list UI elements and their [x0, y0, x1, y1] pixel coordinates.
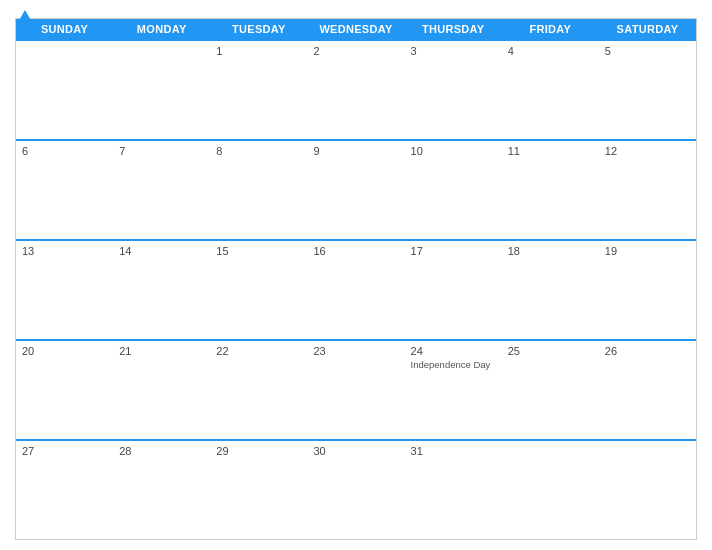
day-number: 4: [508, 45, 593, 57]
calendar-cell: [113, 41, 210, 139]
calendar-cell: 19: [599, 241, 696, 339]
calendar-grid: SundayMondayTuesdayWednesdayThursdayFrid…: [15, 18, 697, 540]
calendar-week-row: 2021222324Independence Day2526: [16, 339, 696, 439]
calendar-cell: 5: [599, 41, 696, 139]
calendar-cell: [599, 441, 696, 539]
day-number: 3: [411, 45, 496, 57]
day-number: 10: [411, 145, 496, 157]
weekday-header-cell: Saturday: [599, 19, 696, 39]
calendar-cell: 22: [210, 341, 307, 439]
calendar-cell: 11: [502, 141, 599, 239]
calendar-cell: 2: [307, 41, 404, 139]
day-number: 5: [605, 45, 690, 57]
day-number: 1: [216, 45, 301, 57]
day-number: 12: [605, 145, 690, 157]
calendar-week-row: 2728293031: [16, 439, 696, 539]
day-number: 19: [605, 245, 690, 257]
calendar-cell: 17: [405, 241, 502, 339]
calendar-cell: 15: [210, 241, 307, 339]
day-number: 14: [119, 245, 204, 257]
calendar-week-row: 12345: [16, 39, 696, 139]
calendar-cell: 12: [599, 141, 696, 239]
day-number: 6: [22, 145, 107, 157]
calendar-cell: 9: [307, 141, 404, 239]
weekday-header-cell: Monday: [113, 19, 210, 39]
calendar-cell: 3: [405, 41, 502, 139]
day-number: 16: [313, 245, 398, 257]
calendar-cell: 28: [113, 441, 210, 539]
calendar-cell: 30: [307, 441, 404, 539]
calendar-cell: 20: [16, 341, 113, 439]
day-number: 31: [411, 445, 496, 457]
day-event-label: Independence Day: [411, 359, 496, 370]
day-number: 25: [508, 345, 593, 357]
calendar-cell: 23: [307, 341, 404, 439]
weekday-header-cell: Friday: [502, 19, 599, 39]
weekday-header-cell: Sunday: [16, 19, 113, 39]
calendar-cell: 6: [16, 141, 113, 239]
day-number: 21: [119, 345, 204, 357]
calendar-cell: 26: [599, 341, 696, 439]
day-number: 27: [22, 445, 107, 457]
logo: [15, 10, 32, 22]
calendar-cell: 29: [210, 441, 307, 539]
day-number: 17: [411, 245, 496, 257]
day-number: 30: [313, 445, 398, 457]
day-number: 18: [508, 245, 593, 257]
weekday-header-cell: Wednesday: [307, 19, 404, 39]
logo-triangle-icon: [18, 10, 32, 22]
calendar-cell: 27: [16, 441, 113, 539]
day-number: 29: [216, 445, 301, 457]
day-number: 20: [22, 345, 107, 357]
calendar-cell: 21: [113, 341, 210, 439]
calendar-cell: 10: [405, 141, 502, 239]
day-number: 8: [216, 145, 301, 157]
calendar-cell: 1: [210, 41, 307, 139]
calendar-cell: [16, 41, 113, 139]
calendar-page: SundayMondayTuesdayWednesdayThursdayFrid…: [0, 0, 712, 550]
day-number: 28: [119, 445, 204, 457]
calendar-cell: 31: [405, 441, 502, 539]
day-number: 7: [119, 145, 204, 157]
day-number: 11: [508, 145, 593, 157]
day-number: 24: [411, 345, 496, 357]
day-number: 9: [313, 145, 398, 157]
calendar-week-row: 6789101112: [16, 139, 696, 239]
day-number: 26: [605, 345, 690, 357]
weekday-header-row: SundayMondayTuesdayWednesdayThursdayFrid…: [16, 19, 696, 39]
day-number: 23: [313, 345, 398, 357]
calendar-cell: 25: [502, 341, 599, 439]
calendar-cell: 13: [16, 241, 113, 339]
calendar-cell: 16: [307, 241, 404, 339]
calendar-cell: 8: [210, 141, 307, 239]
logo-blue-row: [15, 10, 32, 22]
day-number: 13: [22, 245, 107, 257]
calendar-cell: 4: [502, 41, 599, 139]
day-number: 2: [313, 45, 398, 57]
calendar-cell: 24Independence Day: [405, 341, 502, 439]
calendar-cell: 14: [113, 241, 210, 339]
calendar-cell: 18: [502, 241, 599, 339]
day-number: 22: [216, 345, 301, 357]
weekday-header-cell: Tuesday: [210, 19, 307, 39]
weekday-header-cell: Thursday: [405, 19, 502, 39]
calendar-week-row: 13141516171819: [16, 239, 696, 339]
calendar-cell: 7: [113, 141, 210, 239]
calendar-cell: [502, 441, 599, 539]
day-number: 15: [216, 245, 301, 257]
